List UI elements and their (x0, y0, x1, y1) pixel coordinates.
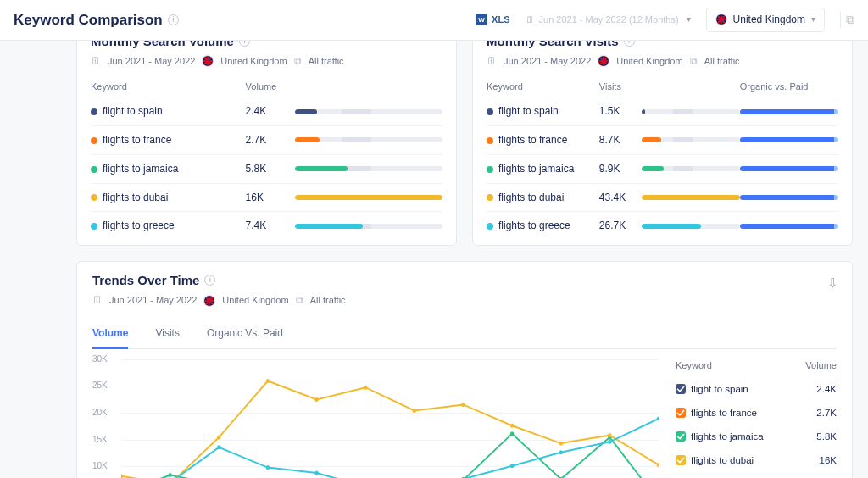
meta-country: United Kingdom (616, 55, 682, 68)
table-row[interactable]: flights to jamaica5.8K (91, 154, 442, 183)
visits-bar (642, 224, 740, 229)
card-trends-over-time: ⇩ Trends Over Time i 🗓 Jun 2021 - May 20… (76, 261, 853, 478)
compare-icon[interactable]: ⧉ (840, 12, 854, 29)
color-dot (487, 166, 493, 173)
page-title: Keyword Comparison (14, 13, 163, 27)
svg-point-50 (217, 445, 221, 449)
volume-value: 2.4K (246, 97, 295, 126)
line-chart: Jun 21Jul 21Aug 21Sep 21Oct 21Nov 21Dec … (92, 359, 659, 478)
organic-vs-paid-bar (740, 166, 838, 171)
y-tick-label: 25K (92, 380, 108, 392)
visits-value: 9.9K (599, 154, 642, 183)
legend-value: 5.8K (816, 430, 837, 443)
svg-point-25 (168, 473, 172, 477)
legend-value: 16K (820, 453, 837, 467)
svg-point-40 (314, 397, 319, 402)
legend-item[interactable]: flights to dubai16K (676, 448, 837, 472)
color-dot (487, 223, 493, 230)
meta-traffic: All traffic (310, 294, 346, 307)
tab-visits[interactable]: Visits (155, 320, 179, 349)
svg-point-32 (510, 431, 515, 436)
info-icon[interactable]: i (624, 41, 635, 47)
keyword-label: flight to spain (498, 105, 559, 117)
meta-date-range: Jun 2021 - May 2022 (109, 294, 197, 307)
legend-swatch (676, 384, 686, 394)
table-row[interactable]: flights to greece26.7K (487, 212, 838, 240)
tab-volume[interactable]: Volume (92, 320, 128, 349)
visits-value: 1.5K (599, 97, 642, 126)
legend-label: flights to france (691, 406, 757, 420)
visits-value: 8.7K (599, 125, 642, 154)
color-dot (91, 137, 97, 144)
legend-item[interactable]: flights to jamaica5.8K (676, 425, 837, 448)
meta-country: United Kingdom (220, 55, 287, 68)
card-title: Monthly Search Volume (91, 41, 234, 47)
col-keyword: Keyword (91, 77, 246, 97)
info-icon[interactable]: i (204, 275, 215, 286)
download-icon[interactable]: ⇩ (827, 274, 838, 292)
country-label: United Kingdom (733, 13, 805, 27)
legend-swatch (676, 455, 686, 465)
table-row[interactable]: flight to spain2.4K (91, 97, 442, 126)
svg-point-42 (413, 409, 417, 413)
table-row[interactable]: flights to jamaica9.9K (487, 154, 838, 183)
legend-item[interactable]: flight to spain2.4K (676, 377, 837, 401)
card-title: Monthly Search Visits (487, 41, 619, 47)
y-tick-label: 15K (92, 434, 108, 446)
svg-point-52 (314, 470, 319, 475)
keyword-label: flight to spain (103, 105, 163, 117)
info-icon[interactable]: i (239, 41, 250, 47)
legend-label: flights to jamaica (691, 430, 764, 443)
table-row[interactable]: flights to france8.7K (487, 125, 838, 154)
export-xls-label: XLS (492, 14, 509, 26)
meta-date-range: Jun 2021 - May 2022 (504, 55, 591, 68)
flag-uk-icon (202, 55, 214, 67)
meta-traffic: All traffic (704, 55, 740, 68)
card-monthly-search-visits: Monthly Search Visits i 🗓 Jun 2021 - May… (472, 41, 853, 246)
visits-bar (642, 166, 740, 171)
svg-point-36 (121, 474, 123, 478)
table-row[interactable]: flights to dubai43.4K (487, 183, 838, 212)
table-row[interactable]: flight to spain1.5K (487, 97, 838, 126)
volume-bar (295, 224, 442, 229)
color-dot (91, 166, 97, 173)
legend-item[interactable]: flights to france2.7K (676, 401, 837, 425)
info-icon[interactable]: i (168, 14, 179, 25)
y-tick-label: 30K (92, 353, 108, 365)
calendar-icon: 🗓 (487, 54, 497, 69)
traffic-icon: ⧉ (690, 54, 698, 69)
export-xls-button[interactable]: W XLS (476, 14, 509, 26)
chevron-down-icon: ▾ (687, 14, 691, 25)
table-row[interactable]: flights to greece7.4K (91, 212, 442, 240)
legend-col-keyword: Keyword (676, 359, 712, 372)
volume-value: 5.8K (246, 154, 295, 183)
color-dot (487, 194, 493, 201)
table-row[interactable]: flights to dubai16K (91, 183, 442, 212)
xls-icon: W (476, 14, 487, 25)
svg-point-57 (559, 450, 563, 454)
content-area: Monthly Search Volume i 🗓 Jun 2021 - May… (0, 41, 868, 478)
y-tick-label: 10K (92, 460, 108, 472)
country-selector[interactable]: United Kingdom ▾ (706, 8, 825, 32)
color-dot (91, 223, 97, 230)
legend-item[interactable]: flights to greece7.4K (676, 473, 837, 478)
chart-series-line (121, 419, 659, 478)
volume-value: 2.7K (246, 125, 295, 154)
top-toolbar: Keyword Comparison i W XLS 🗓 Jun 2021 - … (0, 0, 868, 41)
keyword-label: flights to dubai (103, 192, 168, 203)
meta-traffic: All traffic (309, 55, 344, 68)
table-row[interactable]: flights to france2.7K (91, 125, 442, 154)
visits-value: 43.4K (599, 183, 642, 212)
svg-point-39 (266, 379, 270, 383)
organic-vs-paid-bar (740, 224, 838, 229)
calendar-icon: 🗓 (526, 14, 535, 26)
trends-tabs: VolumeVisitsOrganic Vs. Paid (92, 320, 837, 349)
meta-date-range: Jun 2021 - May 2022 (108, 55, 195, 68)
chevron-down-icon: ▾ (811, 14, 815, 25)
color-dot (91, 108, 97, 115)
legend-swatch (676, 408, 686, 418)
col-ovp: Organic vs. Paid (740, 77, 838, 97)
svg-point-44 (510, 424, 515, 428)
organic-vs-paid-bar (740, 137, 838, 142)
tab-organic-vs-paid[interactable]: Organic Vs. Paid (207, 320, 283, 349)
